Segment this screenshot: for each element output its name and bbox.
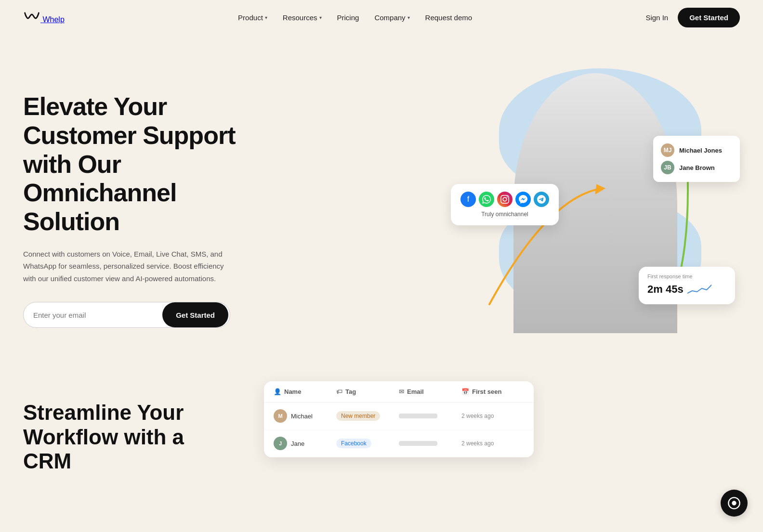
agent-name-1: Michael Jones (679, 147, 722, 154)
calendar-icon: 📅 (461, 388, 469, 395)
omni-label: Truly omnichannel (460, 211, 549, 218)
row-avatar-2: J (274, 437, 287, 450)
agent-name-2: Jane Brown (679, 164, 715, 171)
cell-tag-2: Facebook (336, 439, 399, 448)
email-placeholder-1 (399, 414, 437, 418)
email-input[interactable] (24, 311, 161, 319)
nav-actions: Sign In Get Started (645, 8, 740, 27)
response-chart (687, 281, 711, 298)
sign-in-button[interactable]: Sign In (645, 13, 668, 22)
float-chat-button[interactable] (721, 490, 748, 517)
telegram-icon (534, 192, 549, 207)
agent-row-1: MJ Michael Jones (661, 142, 732, 159)
response-time-card: First response time 2m 45s (639, 267, 735, 304)
agents-card: MJ Michael Jones JB Jane Brown (653, 136, 740, 182)
omnichannel-card: f Truly omnichannel (451, 184, 559, 225)
nav-item-company[interactable]: Company ▾ (374, 13, 409, 22)
table-row: J Jane Facebook 2 weeks ago (264, 430, 534, 457)
nav-logo[interactable]: Whelp (23, 11, 65, 24)
cell-email-1 (399, 414, 461, 418)
response-label: First response time (647, 273, 726, 279)
hero-illustration: f Truly omnichannel MJ Michael J (451, 54, 740, 333)
nav-item-product[interactable]: Product ▾ (238, 13, 267, 22)
col-first-seen: 📅 First seen (461, 388, 524, 395)
svg-point-2 (732, 501, 736, 505)
cell-first-seen-2: 2 weeks ago (461, 440, 524, 447)
tag-badge-1: New member (336, 411, 380, 421)
hero-left: Elevate Your Customer Support with Our O… (23, 54, 274, 328)
hero-section: Elevate Your Customer Support with Our O… (0, 35, 763, 362)
tag-icon: 🏷 (336, 388, 342, 395)
hero-title: Elevate Your Customer Support with Our O… (23, 92, 274, 236)
facebook-icon: f (460, 192, 476, 207)
brand-name: Whelp (42, 15, 64, 24)
get-started-nav-button[interactable]: Get Started (678, 8, 740, 27)
instagram-icon (497, 192, 513, 207)
chat-icon (727, 496, 741, 510)
nav-item-resources[interactable]: Resources ▾ (283, 13, 322, 22)
chevron-down-icon: ▾ (408, 15, 410, 20)
logo-svg (23, 11, 40, 22)
cell-name-1: M Michael (274, 409, 336, 423)
col-name: 👤 Name (274, 388, 336, 395)
cell-email-2 (399, 441, 461, 446)
hero-get-started-button[interactable]: Get Started (162, 302, 228, 327)
user-icon: 👤 (274, 388, 281, 395)
email-icon: ✉ (399, 388, 404, 395)
cell-name-2: J Jane (274, 437, 336, 450)
section2: Streamline Your Workflow with a CRM 👤 Na… (0, 362, 763, 516)
table-row: M Michael New member 2 weeks ago (264, 402, 534, 430)
chevron-down-icon: ▾ (265, 15, 267, 20)
nav-item-pricing[interactable]: Pricing (337, 13, 359, 22)
section2-title: Streamline Your Workflow with a CRM (23, 401, 235, 474)
crm-table: 👤 Name 🏷 Tag ✉ Email 📅 First seen (264, 381, 534, 457)
agent-avatar-2: JB (661, 161, 674, 174)
agent-avatar-1: MJ (661, 143, 674, 157)
chevron-down-icon: ▾ (319, 15, 322, 20)
cell-tag-1: New member (336, 411, 399, 421)
email-placeholder-2 (399, 441, 437, 446)
navbar: Whelp Product ▾ Resources ▾ Pricing Comp… (0, 0, 763, 35)
tag-badge-2: Facebook (336, 439, 371, 448)
messenger-icon (515, 192, 531, 207)
section2-left: Streamline Your Workflow with a CRM (23, 381, 235, 474)
col-email: ✉ Email (399, 388, 461, 395)
whatsapp-icon (479, 192, 494, 207)
response-value: 2m 45s (647, 283, 684, 296)
cell-first-seen-1: 2 weeks ago (461, 413, 524, 419)
crm-table-header: 👤 Name 🏷 Tag ✉ Email 📅 First seen (264, 381, 534, 402)
nav-item-request-demo[interactable]: Request demo (425, 13, 473, 22)
agent-row-2: JB Jane Brown (661, 159, 732, 176)
section2-right: 👤 Name 🏷 Tag ✉ Email 📅 First seen (264, 381, 534, 457)
social-icons-row: f (460, 192, 549, 207)
hero-subtitle: Connect with customers on Voice, Email, … (23, 248, 235, 285)
col-tag: 🏷 Tag (336, 388, 399, 395)
nav-links: Product ▾ Resources ▾ Pricing Company ▾ … (238, 13, 472, 22)
row-avatar-1: M (274, 409, 287, 423)
hero-email-form: Get Started (23, 302, 230, 328)
